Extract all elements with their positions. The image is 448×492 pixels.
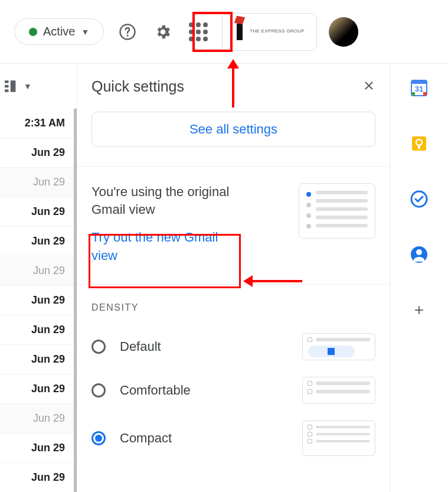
new-view-preview-icon — [299, 183, 375, 239]
density-option-comfortable: Comfortable — [91, 369, 375, 412]
caret-down-icon: ▼ — [24, 82, 32, 91]
message-row[interactable]: Jun 29 — [0, 345, 77, 374]
see-all-settings-label: See all settings — [189, 122, 277, 137]
close-panel-button[interactable] — [362, 79, 375, 95]
split-layout-icon — [5, 80, 20, 92]
status-pill[interactable]: Active ▼ — [14, 18, 104, 45]
apps-grid-icon — [189, 22, 208, 41]
svg-rect-8 — [423, 92, 427, 96]
settings-button[interactable] — [151, 20, 175, 44]
status-label: Active — [43, 25, 75, 38]
new-view-promo: You're using the original Gmail view Try… — [91, 167, 375, 265]
see-all-settings-button[interactable]: See all settings — [91, 112, 375, 147]
keep-icon — [410, 134, 429, 153]
top-bar: Active ▼ The Express Group — [0, 0, 448, 64]
message-row[interactable]: Jun 29 — [0, 374, 77, 404]
density-label: Comfortable — [120, 383, 191, 398]
status-dot-icon — [29, 28, 37, 36]
gear-icon — [154, 23, 172, 41]
density-option-compact: Compact — [91, 412, 375, 464]
message-row[interactable]: Jun 29 — [0, 168, 77, 197]
message-row[interactable]: Jun 29 — [0, 256, 77, 286]
density-section-title: DENSITY — [91, 302, 375, 313]
density-radio-compact[interactable]: Compact — [91, 431, 172, 446]
organization-name: The Express Group — [250, 29, 305, 34]
message-row[interactable]: Jun 29 — [0, 463, 77, 492]
svg-point-1 — [127, 34, 129, 36]
profile-avatar[interactable] — [329, 17, 358, 47]
promo-text: You're using the original Gmail view — [91, 183, 239, 218]
side-panel-rail: 31 + — [390, 64, 448, 492]
density-preview-icon — [302, 333, 375, 360]
density-radio-comfortable[interactable]: Comfortable — [91, 383, 191, 398]
message-row[interactable]: Jun 29 — [0, 227, 77, 256]
svg-rect-3 — [5, 85, 9, 87]
svg-rect-5 — [11, 80, 16, 92]
message-row[interactable]: Jun 29 — [0, 404, 77, 434]
density-label: Default — [120, 339, 161, 354]
tasks-app-icon[interactable] — [409, 189, 429, 209]
message-row[interactable]: 2:31 AM — [0, 109, 77, 138]
tasks-icon — [410, 190, 429, 208]
help-icon — [119, 23, 136, 41]
message-row[interactable]: Jun 29 — [0, 138, 77, 168]
svg-text:31: 31 — [415, 84, 423, 93]
density-label: Compact — [120, 431, 172, 446]
radio-icon — [91, 431, 106, 445]
svg-rect-13 — [418, 145, 420, 149]
density-preview-icon — [302, 377, 375, 404]
content-area: ▼ 2:31 AMJun 29Jun 29Jun 29Jun 29Jun 29J… — [0, 64, 448, 492]
calendar-icon: 31 — [410, 79, 429, 97]
google-apps-button[interactable] — [187, 20, 210, 44]
svg-rect-4 — [5, 89, 9, 92]
svg-rect-2 — [5, 80, 9, 83]
message-list-column: ▼ 2:31 AMJun 29Jun 29Jun 29Jun 29Jun 29J… — [0, 64, 77, 492]
organization-logo-icon — [234, 20, 245, 44]
close-icon — [362, 79, 375, 92]
message-row[interactable]: Jun 29 — [0, 286, 77, 315]
panel-title: Quick settings — [91, 78, 184, 95]
radio-icon — [91, 383, 106, 397]
message-row[interactable]: Jun 29 — [0, 434, 77, 463]
caret-down-icon: ▼ — [81, 27, 89, 37]
svg-point-16 — [416, 249, 422, 255]
split-mode-toggle[interactable]: ▼ — [0, 64, 77, 109]
density-option-default: Default — [91, 325, 375, 369]
svg-rect-7 — [411, 80, 427, 84]
message-row[interactable]: Jun 29 — [0, 315, 77, 345]
try-new-view-link[interactable]: Try out the new Gmail view — [91, 229, 227, 265]
density-radio-default[interactable]: Default — [91, 339, 161, 354]
contacts-app-icon[interactable] — [409, 245, 429, 265]
radio-icon — [91, 340, 106, 354]
quick-settings-panel: Quick settings See all settings You're u… — [77, 64, 390, 492]
help-button[interactable] — [116, 20, 139, 44]
calendar-app-icon[interactable]: 31 — [409, 78, 429, 98]
message-time-list[interactable]: 2:31 AMJun 29Jun 29Jun 29Jun 29Jun 29Jun… — [0, 109, 77, 492]
organization-chip[interactable]: The Express Group — [222, 13, 317, 51]
add-addon-button[interactable]: + — [409, 300, 429, 320]
keep-app-icon[interactable] — [409, 133, 429, 154]
message-row[interactable]: Jun 29 — [0, 197, 77, 227]
scrollbar[interactable] — [74, 109, 77, 492]
density-preview-icon — [302, 421, 375, 456]
contacts-icon — [410, 245, 429, 264]
